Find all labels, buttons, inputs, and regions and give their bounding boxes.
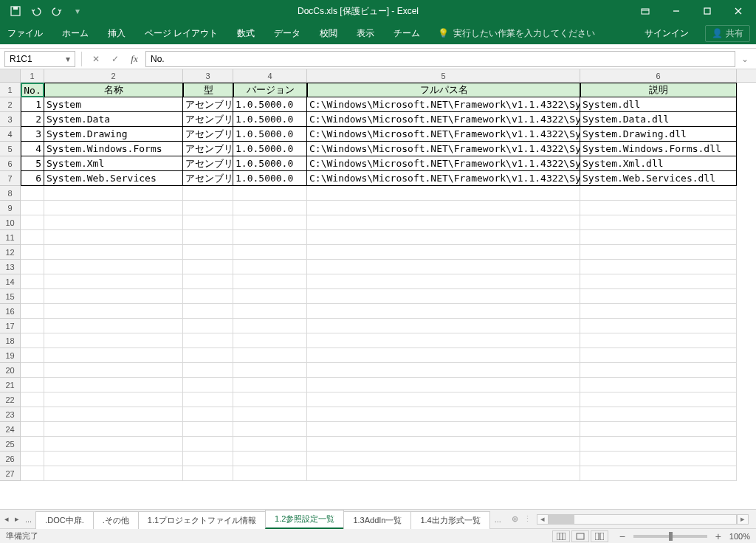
cell[interactable]: System.Drawing.dll: [580, 127, 737, 142]
page-layout-view-icon[interactable]: [571, 530, 589, 542]
cell[interactable]: [233, 215, 307, 230]
tab-overflow[interactable]: ...: [25, 515, 32, 524]
tab-data[interactable]: データ: [272, 24, 302, 43]
cell[interactable]: [183, 319, 233, 333]
scroll-left-icon[interactable]: ◂: [537, 514, 549, 525]
cell[interactable]: C:\Windows\Microsoft.NET\Framework\v1.1.…: [307, 156, 580, 171]
cell[interactable]: [183, 392, 233, 407]
cell[interactable]: [580, 319, 737, 333]
cell[interactable]: [233, 289, 307, 304]
cell[interactable]: [233, 348, 307, 363]
sheet-tab[interactable]: .その他: [93, 511, 139, 529]
cell[interactable]: System.Web.Services.dll: [580, 171, 737, 186]
cell[interactable]: [21, 466, 44, 481]
cell[interactable]: C:\Windows\Microsoft.NET\Framework\v1.1.…: [307, 127, 580, 142]
cell[interactable]: [233, 230, 307, 245]
cell[interactable]: [233, 437, 307, 452]
cancel-formula-icon[interactable]: ✕: [88, 51, 104, 67]
row-header[interactable]: 19: [0, 348, 21, 363]
cell[interactable]: [233, 260, 307, 274]
cell[interactable]: System.Drawing: [44, 127, 183, 142]
cell[interactable]: [233, 245, 307, 260]
qat-customize-icon[interactable]: ▾: [69, 3, 86, 19]
cell[interactable]: [183, 437, 233, 452]
cell[interactable]: [580, 215, 737, 230]
cell[interactable]: [233, 274, 307, 289]
cell[interactable]: [233, 201, 307, 215]
tab-team[interactable]: チーム: [392, 24, 422, 43]
cell[interactable]: [233, 452, 307, 466]
cell[interactable]: System.Data: [44, 112, 183, 127]
cell[interactable]: [21, 230, 44, 245]
cell[interactable]: [307, 186, 580, 201]
cell[interactable]: [183, 245, 233, 260]
cell[interactable]: C:\Windows\Microsoft.NET\Framework\v1.1.…: [307, 112, 580, 127]
cell[interactable]: [44, 186, 183, 201]
cell[interactable]: [183, 466, 233, 481]
minimize-button[interactable]: [662, 1, 691, 21]
tab-home[interactable]: ホーム: [61, 24, 90, 43]
cell[interactable]: [580, 378, 737, 392]
close-button[interactable]: [724, 1, 753, 21]
row-header[interactable]: 8: [0, 186, 21, 201]
cell[interactable]: [307, 452, 580, 466]
cell[interactable]: [183, 260, 233, 274]
cell[interactable]: [307, 466, 580, 481]
cell[interactable]: [21, 289, 44, 304]
cell[interactable]: [233, 304, 307, 319]
row-header[interactable]: 17: [0, 319, 21, 333]
cell[interactable]: [580, 304, 737, 319]
row-header[interactable]: 23: [0, 407, 21, 422]
cell[interactable]: アセンブリ: [183, 127, 233, 142]
cell[interactable]: [44, 422, 183, 437]
cell[interactable]: 5: [21, 156, 44, 171]
cell[interactable]: [307, 304, 580, 319]
table-header[interactable]: 説明: [580, 83, 737, 97]
column-header[interactable]: 5: [307, 69, 580, 82]
cell[interactable]: [183, 230, 233, 245]
sheet-tab[interactable]: 1.4出力形式一覧: [410, 511, 489, 529]
table-header[interactable]: No.: [21, 83, 44, 97]
tab-nav-prev-icon[interactable]: ◂: [4, 514, 9, 524]
tab-insert[interactable]: 挿入: [106, 24, 127, 43]
cell[interactable]: System.Data.dll: [580, 112, 737, 127]
add-sheet-icon[interactable]: ⊕: [507, 511, 523, 528]
row-header[interactable]: 16: [0, 304, 21, 319]
zoom-in-button[interactable]: +: [713, 530, 724, 542]
sheet-tab[interactable]: .DOC中扉.: [35, 511, 94, 529]
cell[interactable]: C:\Windows\Microsoft.NET\Framework\v1.1.…: [307, 97, 580, 112]
page-break-view-icon[interactable]: [591, 530, 608, 542]
fx-icon[interactable]: fx: [126, 51, 142, 67]
cell[interactable]: [44, 437, 183, 452]
tab-page-layout[interactable]: ページ レイアウト: [143, 24, 219, 43]
row-header[interactable]: 7: [0, 171, 21, 186]
cell[interactable]: [44, 201, 183, 215]
save-icon[interactable]: [7, 3, 24, 19]
cell[interactable]: [307, 333, 580, 348]
sheet-tab[interactable]: 1.2参照設定一覧: [265, 510, 344, 529]
cell[interactable]: [307, 363, 580, 378]
table-header[interactable]: 名称: [44, 83, 183, 97]
cell[interactable]: [233, 333, 307, 348]
row-header[interactable]: 13: [0, 260, 21, 274]
zoom-out-button[interactable]: −: [617, 530, 628, 542]
cell[interactable]: [580, 407, 737, 422]
tab-file[interactable]: ファイル: [6, 24, 44, 43]
chevron-down-icon[interactable]: ▾: [66, 54, 70, 64]
cell[interactable]: [307, 215, 580, 230]
cell[interactable]: 4: [21, 142, 44, 156]
tab-nav-next-icon[interactable]: ▸: [15, 514, 19, 524]
enter-formula-icon[interactable]: ✓: [107, 51, 123, 67]
cell[interactable]: [307, 348, 580, 363]
row-header[interactable]: 22: [0, 392, 21, 407]
tab-formulas[interactable]: 数式: [236, 24, 256, 43]
cell[interactable]: [580, 466, 737, 481]
row-header[interactable]: 2: [0, 97, 21, 112]
row-header[interactable]: 18: [0, 333, 21, 348]
cell[interactable]: 1.0.5000.0: [233, 171, 307, 186]
cell[interactable]: [44, 392, 183, 407]
cell[interactable]: 1.0.5000.0: [233, 97, 307, 112]
cell[interactable]: System.dll: [580, 97, 737, 112]
cell[interactable]: [21, 422, 44, 437]
spreadsheet-grid[interactable]: 1 2 3 4 5 6 1No.名称型バージョンフルパス名説明21Systemア…: [0, 69, 756, 509]
